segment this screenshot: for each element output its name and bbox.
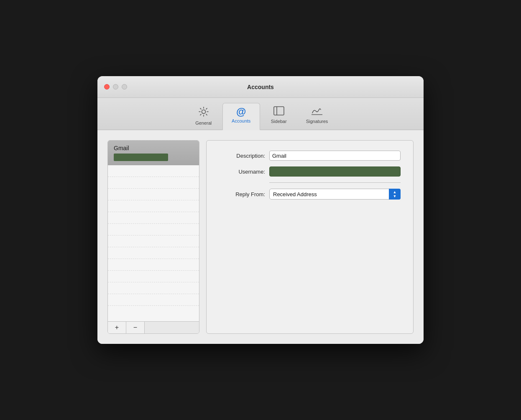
remove-account-button[interactable]: − (126, 322, 145, 333)
tab-accounts[interactable]: @ Accounts (222, 103, 260, 130)
username-value-bar (269, 166, 401, 177)
sidebar-icon (273, 106, 284, 117)
tab-general[interactable]: General (185, 103, 222, 130)
list-item[interactable] (108, 200, 199, 212)
reply-from-row: Reply From: Received Address Primary Add… (219, 189, 401, 200)
tab-signatures-label: Signatures (306, 119, 328, 124)
reply-from-select-wrapper: Received Address Primary Address ▲ ▼ (269, 189, 401, 200)
close-button[interactable] (104, 84, 110, 90)
minimize-button[interactable] (113, 84, 118, 90)
list-item[interactable] (108, 259, 199, 271)
tab-accounts-label: Accounts (232, 118, 250, 123)
reply-from-label: Reply From: (219, 191, 265, 197)
svg-rect-1 (274, 107, 284, 115)
account-details-panel: Description: Username: Reply From: Recei… (206, 140, 414, 334)
username-row: Username: (219, 166, 401, 177)
at-icon: @ (236, 107, 246, 117)
list-item[interactable] (108, 177, 199, 189)
list-item[interactable] (108, 282, 199, 294)
account-name: Gmail (114, 145, 193, 151)
account-email-bar (114, 154, 168, 161)
list-item[interactable] (108, 224, 199, 236)
signature-icon (311, 106, 323, 117)
list-item[interactable] (108, 247, 199, 259)
main-window: Accounts General @ Accounts Si (97, 76, 424, 344)
list-item[interactable] (108, 189, 199, 200)
list-item[interactable] (108, 306, 199, 318)
selected-account-row[interactable]: Gmail (108, 141, 199, 165)
description-row: Description: (219, 151, 401, 161)
description-label: Description: (219, 153, 265, 159)
tab-general-label: General (195, 120, 212, 125)
reply-from-select[interactable]: Received Address Primary Address (269, 189, 401, 200)
list-item[interactable] (108, 212, 199, 224)
tab-sidebar[interactable]: Sidebar (260, 103, 298, 130)
traffic-lights (104, 84, 127, 90)
accounts-list (108, 165, 199, 321)
toolbar: General @ Accounts Sidebar Signatur (97, 98, 424, 130)
list-item[interactable] (108, 294, 199, 306)
accounts-list-panel: Gmail + − (107, 140, 199, 334)
titlebar: Accounts (97, 76, 424, 98)
add-account-button[interactable]: + (108, 322, 126, 333)
gear-icon (198, 106, 209, 119)
tab-signatures[interactable]: Signatures (298, 103, 337, 130)
maximize-button[interactable] (122, 84, 127, 90)
content-area: Gmail + − (97, 130, 424, 344)
list-item[interactable] (108, 165, 199, 177)
window-title: Accounts (247, 84, 274, 90)
list-item[interactable] (108, 236, 199, 247)
list-item[interactable] (108, 271, 199, 282)
username-label: Username: (219, 169, 265, 175)
accounts-toolbar: + − (108, 321, 199, 333)
tab-sidebar-label: Sidebar (271, 119, 287, 124)
description-input[interactable] (269, 151, 401, 161)
form-separator (269, 182, 401, 183)
svg-point-0 (202, 110, 205, 114)
